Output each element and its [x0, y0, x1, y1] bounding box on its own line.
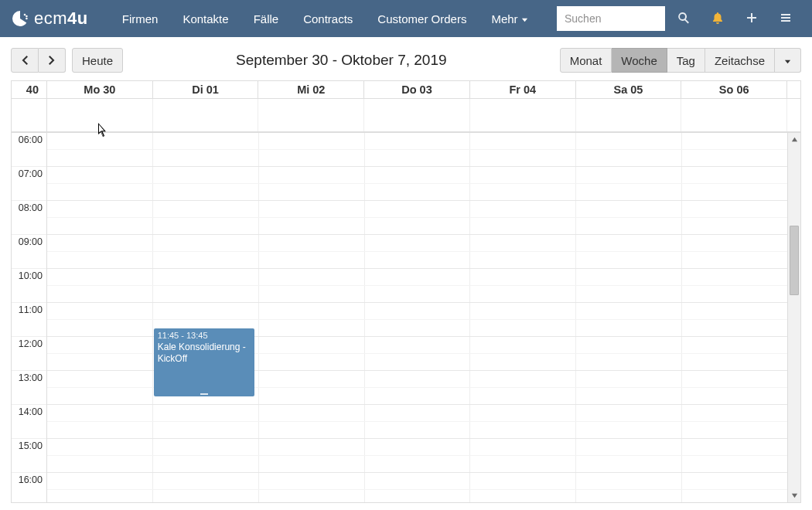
search-button[interactable] [668, 0, 699, 37]
hour-label: 16:00 [12, 473, 46, 502]
nav-firmen[interactable]: Firmen [110, 0, 171, 37]
day-header-di[interactable]: Di 01 [153, 81, 259, 98]
top-navbar: ecm4u Firmen Kontakte Fälle Contracts Cu… [0, 0, 812, 37]
scroll-up-button[interactable] [788, 133, 800, 146]
calendar-event[interactable]: 11:45 - 13:45 Kale Konsolidierung - Kick… [154, 328, 255, 396]
hour-label: 13:00 [12, 371, 46, 405]
week-number: 40 [12, 81, 47, 98]
chevron-left-icon [21, 54, 29, 67]
hour-label: 06:00 [12, 133, 46, 167]
day-header-so[interactable]: So 06 [681, 81, 787, 98]
nav-arrows-group [11, 48, 66, 73]
resize-handle-icon[interactable] [200, 393, 208, 395]
allday-cell[interactable] [470, 99, 576, 131]
view-more-button[interactable] [775, 48, 801, 73]
notifications-button[interactable] [702, 0, 733, 37]
view-timeline-button[interactable]: Zeitachse [705, 48, 775, 73]
nav-faelle[interactable]: Fälle [241, 0, 292, 37]
nav-orders[interactable]: Customer Orders [365, 0, 479, 37]
allday-row [12, 99, 800, 133]
hour-label: 09:00 [12, 235, 46, 269]
brand-logo[interactable]: ecm4u [11, 8, 88, 29]
chevron-right-icon [48, 54, 56, 67]
allday-cell[interactable] [153, 99, 259, 131]
calendar-toolbar: Heute September 30 - Oktober 7, 2019 Mon… [11, 48, 801, 73]
caret-down-icon [784, 54, 791, 67]
view-day-button[interactable]: Tag [667, 48, 705, 73]
caret-down-icon [521, 12, 528, 26]
view-week-button[interactable]: Woche [612, 48, 667, 73]
brand-text: ecm4u [34, 8, 88, 29]
allday-cell[interactable] [576, 99, 682, 131]
nav-more-label: Mehr [491, 12, 517, 26]
hour-label: 08:00 [12, 201, 46, 235]
day-header-sa[interactable]: Sa 05 [576, 81, 682, 98]
day-header-mo[interactable]: Mo 30 [47, 81, 153, 98]
prev-button[interactable] [11, 48, 39, 73]
event-time: 11:45 - 13:45 [158, 331, 251, 342]
hour-label: 07:00 [12, 167, 46, 201]
nav-more[interactable]: Mehr [479, 0, 540, 37]
day-header-do[interactable]: Do 03 [364, 81, 470, 98]
search-input[interactable] [557, 6, 665, 31]
day-header-row: 40 Mo 30 Di 01 Mi 02 Do 03 Fr 04 Sa 05 S… [12, 81, 800, 99]
bell-icon [711, 12, 724, 26]
hour-label: 15:00 [12, 439, 46, 473]
view-switch-group: Monat Woche Tag Zeitachse [560, 48, 801, 73]
time-body: 06:0007:0008:0009:0010:0011:0012:0013:00… [12, 133, 800, 502]
nav-contracts[interactable]: Contracts [291, 0, 365, 37]
time-column: 06:0007:0008:0009:0010:0011:0012:0013:00… [12, 133, 47, 502]
hour-label: 10:00 [12, 269, 46, 303]
scrollbar-thumb[interactable] [790, 226, 799, 295]
vertical-scrollbar[interactable] [787, 133, 800, 502]
add-button[interactable] [736, 0, 767, 37]
day-header-fr[interactable]: Fr 04 [470, 81, 576, 98]
calendar-grid: 40 Mo 30 Di 01 Mi 02 Do 03 Fr 04 Sa 05 S… [11, 80, 801, 503]
day-header-mi[interactable]: Mi 02 [258, 81, 364, 98]
allday-cell[interactable] [681, 99, 787, 131]
hour-label: 14:00 [12, 405, 46, 439]
menu-button[interactable] [770, 0, 801, 37]
allday-cell[interactable] [364, 99, 470, 131]
svg-point-1 [26, 15, 28, 18]
nav-kontakte[interactable]: Kontakte [170, 0, 241, 37]
search-icon [677, 12, 690, 26]
nav-right [557, 0, 801, 37]
event-title: Kale Konsolidierung - KickOff [158, 342, 246, 364]
hour-label: 11:00 [12, 303, 46, 337]
hamburger-icon [780, 12, 792, 26]
svg-point-0 [24, 14, 26, 16]
time-slots[interactable]: 11:45 - 13:45 Kale Konsolidierung - Kick… [47, 133, 787, 502]
plus-icon [745, 12, 758, 26]
nav-links: Firmen Kontakte Fälle Contracts Customer… [110, 0, 541, 37]
next-button[interactable] [39, 48, 66, 73]
allday-cell[interactable] [258, 99, 364, 131]
svg-point-2 [26, 18, 28, 20]
scroll-down-button[interactable] [788, 489, 800, 502]
date-range-title: September 30 - Oktober 7, 2019 [123, 52, 560, 69]
hour-label: 12:00 [12, 337, 46, 371]
allday-cell[interactable] [47, 99, 153, 131]
brand-icon [11, 9, 29, 28]
today-button[interactable]: Heute [72, 48, 123, 73]
view-month-button[interactable]: Monat [560, 48, 612, 73]
